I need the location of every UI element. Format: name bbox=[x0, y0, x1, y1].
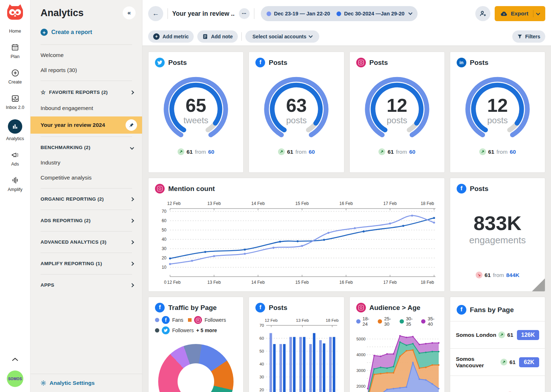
trend-up-icon bbox=[479, 148, 486, 155]
rail-item-analytics[interactable]: Analytics bbox=[6, 119, 24, 141]
add-metric-button[interactable]: + Add metric bbox=[148, 30, 194, 43]
date-range-primary: Dec 23-19 — Jan 22-20 bbox=[267, 11, 330, 16]
svg-text:12 Feb: 12 Feb bbox=[167, 201, 181, 206]
svg-text:70: 70 bbox=[259, 323, 264, 328]
rail-item-home[interactable]: Home bbox=[9, 29, 21, 34]
gauge-value: 12 bbox=[387, 96, 408, 115]
rail-collapse-chevron[interactable] bbox=[12, 356, 18, 363]
filter-funnel-icon bbox=[517, 34, 522, 39]
chevron-right-icon bbox=[130, 262, 134, 266]
megaphone-icon bbox=[11, 150, 19, 159]
favorite-reports-header[interactable]: ☆ FAVORITE REPORTS (2) bbox=[30, 84, 142, 101]
delta-row: 61 from 60 bbox=[350, 148, 444, 155]
benchmarking-header[interactable]: BENCHMARKING (2) bbox=[30, 140, 142, 155]
legend-dot bbox=[356, 319, 361, 324]
ads-reporting-header[interactable]: ADS REPORTING (2) bbox=[30, 213, 142, 228]
select-social-accounts-button[interactable]: Select social accounts bbox=[245, 30, 319, 43]
trend-up-icon bbox=[178, 148, 184, 155]
sidebar-item-year-in-review-selected[interactable]: Your year in review 2024 bbox=[30, 116, 142, 134]
svg-text:12 Feb: 12 Feb bbox=[167, 280, 181, 285]
sidebar-item-industry[interactable]: Industry bbox=[30, 155, 142, 170]
svg-text:17 Feb: 17 Feb bbox=[383, 280, 397, 285]
sidebar-collapse-button[interactable]: « bbox=[123, 6, 136, 19]
facebook-icon bbox=[162, 316, 170, 324]
posts-bar-chart: 70605040302012 Feb13 Feb18 Feb bbox=[254, 315, 339, 392]
svg-text:13 Feb: 13 Feb bbox=[207, 280, 221, 285]
warning-corner-icon[interactable]: ! bbox=[532, 278, 545, 291]
rail-item-create[interactable]: Create bbox=[8, 68, 22, 85]
back-button[interactable]: ← bbox=[148, 6, 163, 21]
organic-reporting-header[interactable]: ORGANIC REPORTING (2) bbox=[30, 191, 142, 207]
pin-button[interactable] bbox=[126, 119, 137, 131]
instagram-icon bbox=[356, 58, 366, 67]
more-options-button[interactable]: ••• bbox=[239, 8, 250, 19]
chevron-right-icon bbox=[130, 283, 134, 287]
twitter-icon bbox=[155, 58, 165, 67]
posts-bar-card: Posts 70605040302012 Feb13 Feb18 Feb bbox=[249, 297, 344, 392]
trend-up-icon bbox=[278, 148, 285, 155]
export-button[interactable]: Export bbox=[495, 6, 545, 21]
delta-row: 61 from 60 bbox=[249, 148, 344, 155]
sidebar-item-competitive-analysis[interactable]: Competitive analysis bbox=[30, 170, 142, 185]
svg-text:18 Feb: 18 Feb bbox=[326, 318, 339, 322]
legend-dot bbox=[400, 319, 404, 324]
sidebar-item-inbound-engagement[interactable]: Inbound engagement bbox=[30, 101, 142, 116]
filters-button[interactable]: Filters bbox=[512, 30, 545, 43]
sidebar-item-welcome[interactable]: Welcome bbox=[30, 48, 142, 63]
fan-row-partial[interactable] bbox=[450, 382, 545, 392]
svg-text:40: 40 bbox=[162, 237, 167, 242]
star-icon: ☆ bbox=[41, 89, 46, 96]
svg-text:14 Feb: 14 Feb bbox=[251, 280, 265, 285]
svg-text:16 Feb: 16 Feb bbox=[339, 280, 353, 285]
rail-item-inbox[interactable]: Inbox 2.0 bbox=[6, 94, 24, 110]
dot-icon bbox=[336, 11, 341, 16]
rail-item-plan[interactable]: Plan bbox=[10, 43, 19, 59]
fan-row-somos-vancouver[interactable]: Somos Vancouver 61 62K bbox=[450, 349, 545, 376]
plus-icon: + bbox=[41, 29, 48, 36]
rail-label: Analytics bbox=[6, 136, 24, 141]
cloud-download-icon bbox=[500, 10, 508, 17]
analytic-settings-link[interactable]: Analytic Settings bbox=[30, 374, 142, 392]
legend-dot bbox=[155, 328, 159, 333]
topbar: ← Your year in review .. ••• Dec 23-19 —… bbox=[142, 0, 551, 27]
gauge-unit: tweets bbox=[183, 115, 208, 125]
sidebar-title: Analytics bbox=[41, 8, 84, 19]
gauge-unit: posts bbox=[387, 115, 408, 125]
inbox-icon bbox=[11, 94, 19, 102]
date-range-picker[interactable]: Dec 23-19 — Jan 22-20 Dec 30-2024 —Jan 2… bbox=[261, 6, 418, 21]
svg-text:10: 10 bbox=[162, 265, 167, 270]
gauge-value: 63 bbox=[286, 96, 307, 115]
svg-text:30: 30 bbox=[259, 375, 264, 379]
instagram-icon bbox=[194, 316, 202, 324]
engagements-card: Posts 833K engagements 61 from 844K ! bbox=[450, 178, 545, 292]
rail-item-amplify[interactable]: Amplify bbox=[8, 176, 23, 192]
create-report-link[interactable]: + Create a report bbox=[30, 19, 142, 42]
svg-text:50: 50 bbox=[162, 228, 167, 233]
fan-row-somos-london[interactable]: Somos London 61 126K bbox=[450, 321, 545, 349]
engagements-unit: engagements bbox=[469, 235, 526, 246]
add-note-button[interactable]: Add note bbox=[197, 30, 238, 43]
share-user-add-button[interactable] bbox=[475, 6, 490, 21]
trend-up-icon bbox=[500, 359, 507, 365]
svg-text:5000: 5000 bbox=[356, 337, 366, 341]
svg-text:4000: 4000 bbox=[356, 353, 366, 357]
plus-icon: + bbox=[153, 33, 160, 40]
chevron-down-icon bbox=[309, 34, 312, 38]
gauge-value: 12 bbox=[487, 96, 508, 115]
report-toolbar: + Add metric Add note Select social acco… bbox=[142, 27, 551, 46]
amplify-reporting-header[interactable]: AMPLIFY REPORTING (1) bbox=[30, 256, 142, 271]
rail-label: Inbox 2.0 bbox=[6, 105, 24, 110]
report-canvas: Posts 65 tweets 61 from 60 bbox=[142, 46, 551, 392]
rail-item-ads[interactable]: Ads bbox=[11, 150, 19, 167]
legend-dot bbox=[421, 319, 425, 324]
workspace-avatar[interactable]: SOMOS bbox=[7, 371, 23, 387]
fans-by-page-card: Fans by Page Somos London 61 126K Somos … bbox=[450, 297, 545, 392]
facebook-icon bbox=[155, 303, 165, 312]
hootsuite-owl-logo[interactable] bbox=[5, 4, 25, 21]
advanced-analytics-header[interactable]: ADVANCED ANALYTICS (3) bbox=[30, 234, 142, 250]
svg-text:0: 0 bbox=[164, 280, 166, 285]
apps-header[interactable]: APPS bbox=[30, 277, 142, 293]
svg-text:13 Feb: 13 Feb bbox=[207, 201, 221, 206]
sidebar-item-all-reports[interactable]: All reports (30) bbox=[30, 63, 142, 78]
calendar-icon bbox=[11, 43, 19, 52]
